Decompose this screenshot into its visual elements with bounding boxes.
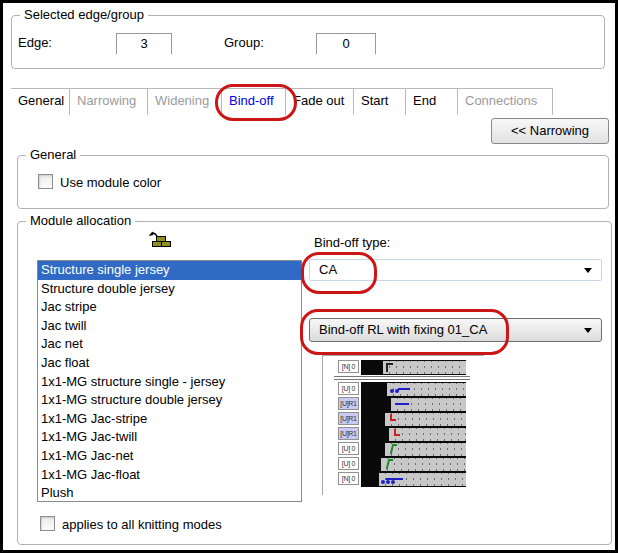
stitch-symbol xyxy=(385,362,405,373)
bind-off-type-combo[interactable]: CA xyxy=(309,259,602,281)
preview-row: [U] 0 xyxy=(338,457,484,472)
edge-field[interactable]: 3 xyxy=(116,33,172,54)
list-item[interactable]: 1x1-MG Jac-float xyxy=(38,466,301,485)
preview-row-pattern xyxy=(361,442,466,457)
tab-item[interactable]: Bind-off xyxy=(222,89,286,115)
preview-row-label: [U] 0 xyxy=(338,457,359,470)
preview-row-pattern xyxy=(361,360,466,375)
chevron-down-icon xyxy=(584,328,592,333)
preview-row-pattern xyxy=(361,382,466,397)
preview-row-pattern xyxy=(361,427,466,442)
preview-row-label: [N] 0 xyxy=(338,472,359,485)
selected-edge-group-box: Selected edge/group Edge: 3 Group: 0 xyxy=(11,15,605,69)
list-item[interactable]: Structure double jersey xyxy=(38,280,301,299)
module-preview-image: [N] 0 [U] 0 xyxy=(322,355,484,495)
preview-row-label: [U]R1 xyxy=(338,397,359,410)
preview-row-pattern xyxy=(361,472,466,487)
use-module-color-checkbox[interactable] xyxy=(38,174,53,189)
bind-off-module-combo[interactable]: Bind-off RL with fixing 01_CA xyxy=(309,318,602,342)
stitch-symbol xyxy=(389,384,409,395)
bind-off-type-label: Bind-off type: xyxy=(314,235,390,250)
preview-row-label: [U]R1 xyxy=(338,412,359,425)
module-allocation-group-box: Module allocation Structure single jerse… xyxy=(17,221,612,545)
list-item[interactable]: Jac net xyxy=(38,335,301,354)
stitch-symbol xyxy=(387,444,407,455)
list-item[interactable]: Jac float xyxy=(38,354,301,373)
preview-row-pattern xyxy=(361,397,466,412)
tab-item[interactable]: End xyxy=(406,89,458,115)
stitch-symbol xyxy=(387,414,407,425)
preview-row-label: [U] 0 xyxy=(338,442,359,455)
list-item[interactable]: Structure single jersey xyxy=(38,261,301,280)
applies-all-knitting-modes-label: applies to all knitting modes xyxy=(62,517,222,532)
general-group-box: General Use module color xyxy=(17,155,609,209)
applies-all-knitting-modes-checkbox[interactable] xyxy=(40,516,55,531)
chevron-down-icon xyxy=(584,268,592,273)
edge-label: Edge: xyxy=(18,35,52,50)
bind-off-settings-dialog: Selected edge/group Edge: 3 Group: 0 Gen… xyxy=(0,0,618,553)
combo-value: Bind-off RL with fixing 01_CA xyxy=(319,322,487,337)
narrowing-button[interactable]: << Narrowing xyxy=(491,118,609,144)
tab-item[interactable]: Narrowing xyxy=(70,89,148,115)
group-box-title: Module allocation xyxy=(26,213,135,228)
list-item[interactable]: Jac stripe xyxy=(38,298,301,317)
combo-value: CA xyxy=(319,262,337,277)
preview-row-label: [N] 0 xyxy=(338,360,359,373)
preview-row: [U] 0 xyxy=(338,382,484,397)
preview-row-label: [U]R1 xyxy=(338,427,359,440)
list-item[interactable]: 1x1-MG structure double jersey xyxy=(38,391,301,410)
preview-row-pattern xyxy=(361,412,466,427)
preview-row: [U] 0 xyxy=(338,442,484,457)
tab-bar: General Narrowing Widening Bind-off Fade… xyxy=(11,88,553,115)
stitch-symbol xyxy=(391,429,411,440)
preview-row: [U]R1 xyxy=(338,412,484,427)
module-type-list[interactable]: Structure single jersey Structure double… xyxy=(37,260,302,502)
tab-item[interactable]: Fade out xyxy=(286,89,354,115)
group-box-title: Selected edge/group xyxy=(20,7,148,22)
preview-row: [N] 0 xyxy=(338,472,484,487)
preview-row: [U]R1 xyxy=(338,427,484,442)
tab-item[interactable]: General xyxy=(11,89,70,115)
list-item[interactable]: 1x1-MG Jac-twill xyxy=(38,428,301,447)
preview-row-pattern xyxy=(361,457,466,472)
list-item[interactable]: 1x1-MG Jac-net xyxy=(38,447,301,466)
assign-module-icon[interactable] xyxy=(147,230,173,252)
list-item[interactable]: 1x1-MG Jac-stripe xyxy=(38,410,301,429)
stitch-symbol xyxy=(381,474,401,485)
group-box-title: General xyxy=(26,147,80,162)
preview-row: [N] 0 xyxy=(338,360,484,375)
group-field[interactable]: 0 xyxy=(316,33,376,54)
stitch-symbol xyxy=(383,459,403,470)
list-item[interactable]: 1x1-MG structure single - jersey xyxy=(38,373,301,392)
tab-item[interactable]: Widening xyxy=(148,89,222,115)
use-module-color-label: Use module color xyxy=(60,175,161,190)
preview-row: [U]R1 xyxy=(338,397,484,412)
tab-item[interactable]: Connections xyxy=(458,89,553,115)
list-item[interactable]: Plush xyxy=(38,484,301,502)
group-label: Group: xyxy=(224,35,264,50)
preview-row-label: [U] 0 xyxy=(338,382,359,395)
stitch-symbol xyxy=(393,399,413,410)
list-item[interactable]: Jac twill xyxy=(38,317,301,336)
tab-item[interactable]: Start xyxy=(354,89,406,115)
